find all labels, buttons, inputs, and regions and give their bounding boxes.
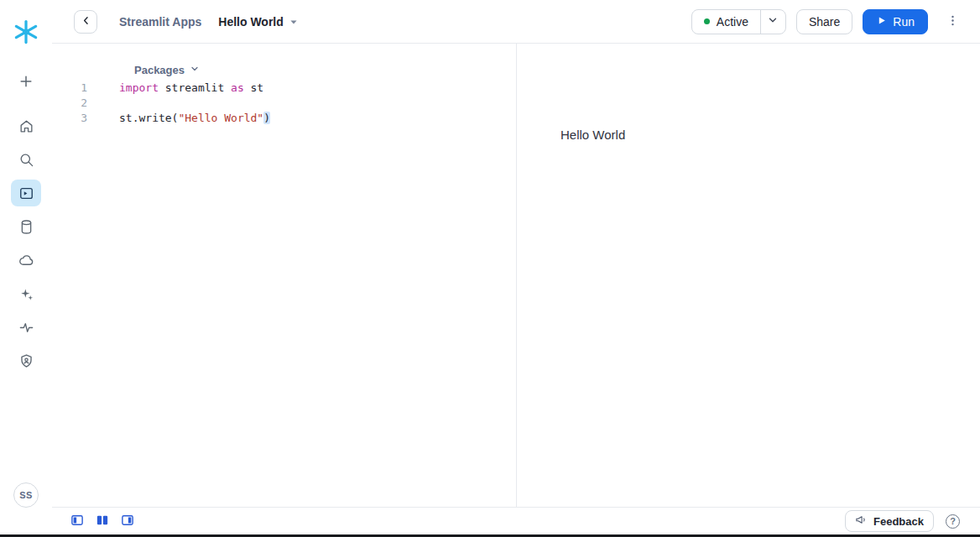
share-label: Share <box>809 15 840 29</box>
packages-label: Packages <box>134 64 185 76</box>
sidebar-item-new[interactable] <box>11 68 41 95</box>
search-icon <box>18 152 34 168</box>
app-output-text: Hello World <box>560 128 625 142</box>
line-number: 1 <box>52 81 87 96</box>
statusbar-right: Feedback ? <box>845 510 960 532</box>
home-icon <box>18 118 34 134</box>
user-avatar[interactable]: SS <box>13 482 39 508</box>
statusbar: Feedback ? <box>52 507 980 534</box>
line-number: 3 <box>52 111 87 126</box>
packages-dropdown[interactable]: Packages <box>134 64 200 76</box>
breadcrumb[interactable]: Streamlit Apps <box>119 15 201 29</box>
status-selector[interactable]: Active <box>692 10 760 34</box>
header: Streamlit Apps Hello World Active <box>52 0 980 44</box>
app-title-dropdown[interactable]: Hello World <box>218 15 298 29</box>
sidebar-item-search[interactable] <box>11 146 41 173</box>
terminal-icon <box>18 185 34 201</box>
sidebar-item-home[interactable] <box>11 112 41 139</box>
activity-icon <box>18 320 34 336</box>
database-icon <box>18 219 34 235</box>
sidebar-item-projects[interactable] <box>11 180 41 206</box>
status-chevron-button[interactable] <box>760 10 785 34</box>
layout-toggle-group <box>70 514 134 528</box>
code-line[interactable]: 2 <box>52 96 516 111</box>
code-line[interactable]: 1import streamlit as st <box>52 81 516 96</box>
play-icon <box>876 15 887 29</box>
code-editor[interactable]: 1import streamlit as st23st.write("Hello… <box>52 81 516 126</box>
code-text <box>87 96 119 111</box>
status-dot-icon <box>704 18 710 24</box>
app-window: SS Streamlit Apps Hello World Active <box>0 0 980 537</box>
feedback-button[interactable]: Feedback <box>845 510 934 532</box>
status-dropdown: Active <box>691 9 786 34</box>
code-text: import streamlit as st <box>87 81 263 96</box>
avatar-initials: SS <box>19 490 32 500</box>
panel-right-icon <box>122 514 133 529</box>
status-label: Active <box>717 15 748 29</box>
sparkles-icon <box>18 286 34 302</box>
run-label: Run <box>893 15 915 29</box>
code-text: st.write("Hello World") <box>87 111 270 126</box>
header-actions: Active Share Run <box>691 9 963 34</box>
chevron-down-icon <box>767 14 779 29</box>
sidebar-item-ai-ml[interactable] <box>11 280 41 307</box>
run-button[interactable]: Run <box>863 9 928 34</box>
app-preview-pane: Hello World <box>518 44 980 507</box>
kebab-menu-icon <box>946 13 960 30</box>
layout-preview-only-button[interactable] <box>121 514 134 528</box>
sidebar-item-admin[interactable] <box>11 347 41 374</box>
megaphone-icon <box>855 514 868 529</box>
share-button[interactable]: Share <box>796 9 852 34</box>
line-number: 2 <box>52 96 87 111</box>
help-button[interactable]: ? <box>946 514 960 529</box>
panel-left-icon <box>71 514 83 529</box>
code-line[interactable]: 3st.write("Hello World") <box>52 111 516 126</box>
panel-split-icon <box>96 514 108 529</box>
page-title: Hello World <box>218 15 284 29</box>
sidebar-item-activity[interactable] <box>11 314 41 341</box>
title-caret-icon <box>289 18 298 25</box>
layout-editor-only-button[interactable] <box>70 514 84 528</box>
snowflake-logo[interactable] <box>13 20 39 47</box>
snowflake-logo-icon <box>13 19 39 48</box>
chevron-left-icon <box>80 14 92 29</box>
back-button[interactable] <box>74 10 97 34</box>
sidebar-item-data[interactable] <box>11 213 41 240</box>
cloud-icon <box>18 253 34 268</box>
chevron-down-icon <box>190 64 200 76</box>
layout-split-button[interactable] <box>96 514 109 528</box>
code-editor-pane: Packages 1import streamlit as st23st.wri… <box>52 44 517 507</box>
sidebar-nav <box>11 68 41 374</box>
sidebar: SS <box>0 0 52 537</box>
more-options-button[interactable] <box>941 10 963 34</box>
shield-icon <box>18 353 34 369</box>
plus-icon <box>18 73 34 90</box>
editor-toolbar: Packages <box>52 44 516 81</box>
sidebar-item-compute[interactable] <box>11 247 41 274</box>
feedback-label: Feedback <box>873 515 924 528</box>
